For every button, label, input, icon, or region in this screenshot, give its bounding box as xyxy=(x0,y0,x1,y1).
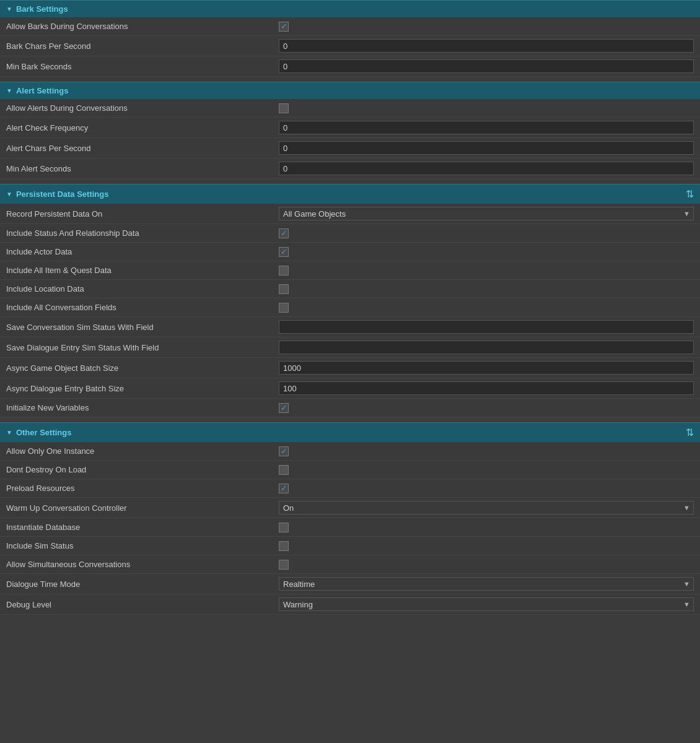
section-title-other-settings: ▼Other Settings xyxy=(6,428,71,437)
dropdown-wrapper-warm-up-conversation-controller: OnOff▼ xyxy=(279,501,694,515)
field-value-async-game-object-batch-size xyxy=(279,361,694,375)
field-label-allow-barks-during-conversations: Allow Barks During Conversations xyxy=(6,22,279,31)
checkbox-include-all-item-quest-data[interactable] xyxy=(279,266,289,276)
field-row-include-all-item-quest-data: Include All Item & Quest Data xyxy=(0,261,700,280)
checkbox-allow-simultaneous-conversations[interactable] xyxy=(279,560,289,570)
section-title-bark-settings: ▼Bark Settings xyxy=(6,4,68,14)
field-value-include-actor-data: ✓ xyxy=(279,247,694,257)
checkbox-wrapper-initialize-new-variables: ✓ xyxy=(279,403,694,413)
field-label-dont-destroy-on-load: Dont Destroy On Load xyxy=(6,465,279,474)
field-value-alert-check-frequency xyxy=(279,121,694,134)
text-input-async-dialogue-entry-batch-size[interactable] xyxy=(279,381,694,395)
field-row-alert-chars-per-second: Alert Chars Per Second xyxy=(0,138,700,159)
field-value-allow-only-one-instance: ✓ xyxy=(279,446,694,456)
field-row-dialogue-time-mode: Dialogue Time ModeRealtimeGametime▼ xyxy=(0,574,700,594)
field-value-include-all-item-quest-data xyxy=(279,266,694,276)
checkbox-wrapper-allow-alerts-during-conversations xyxy=(279,103,694,113)
checkmark-icon: ✓ xyxy=(281,229,287,237)
section-expander-controls[interactable]: ⇅ xyxy=(686,188,694,200)
checkbox-initialize-new-variables[interactable]: ✓ xyxy=(279,403,289,413)
section-header-other-settings[interactable]: ▼Other Settings⇅ xyxy=(0,422,700,442)
dropdown-record-persistent-data-on[interactable]: All Game ObjectsOnly ParticipantsNone xyxy=(279,207,694,220)
field-label-instantiate-database: Instantiate Database xyxy=(6,523,279,532)
checkbox-preload-resources[interactable]: ✓ xyxy=(279,484,289,493)
text-input-min-alert-seconds[interactable] xyxy=(279,162,694,175)
checkmark-icon: ✓ xyxy=(281,248,287,256)
field-value-instantiate-database xyxy=(279,523,694,532)
field-value-include-location-data xyxy=(279,284,694,294)
checkbox-include-location-data[interactable] xyxy=(279,284,289,294)
field-label-save-dialogue-entry-sim-status-with-field: Save Dialogue Entry Sim Status With Fiel… xyxy=(6,343,279,352)
checkbox-wrapper-allow-only-one-instance: ✓ xyxy=(279,446,694,456)
checkbox-allow-alerts-during-conversations[interactable] xyxy=(279,103,289,113)
checkbox-instantiate-database[interactable] xyxy=(279,523,289,532)
field-row-allow-barks-during-conversations: Allow Barks During Conversations✓ xyxy=(0,17,700,36)
field-value-async-dialogue-entry-batch-size xyxy=(279,381,694,395)
field-row-include-status-and-relationship-data: Include Status And Relationship Data✓ xyxy=(0,224,700,243)
dropdown-wrapper-debug-level: WarningInfoErrorNone▼ xyxy=(279,597,694,611)
field-value-bark-chars-per-second xyxy=(279,39,694,53)
text-input-save-conversation-sim-status-with-field[interactable] xyxy=(279,320,694,334)
section-body-persistent-data-settings: Record Persistent Data OnAll Game Object… xyxy=(0,204,700,417)
dropdown-debug-level[interactable]: WarningInfoErrorNone xyxy=(279,597,694,611)
field-row-include-all-conversation-fields: Include All Conversation Fields xyxy=(0,298,700,317)
section-title-text: Alert Settings xyxy=(16,86,69,95)
field-value-alert-chars-per-second xyxy=(279,141,694,155)
checkbox-wrapper-allow-simultaneous-conversations xyxy=(279,560,694,570)
checkbox-wrapper-instantiate-database xyxy=(279,523,694,532)
field-label-min-alert-seconds: Min Alert Seconds xyxy=(6,164,279,173)
field-label-allow-only-one-instance: Allow Only One Instance xyxy=(6,446,279,456)
field-row-async-game-object-batch-size: Async Game Object Batch Size xyxy=(0,358,700,378)
field-row-min-alert-seconds: Min Alert Seconds xyxy=(0,159,700,179)
section-body-alert-settings: Allow Alerts During ConversationsAlert C… xyxy=(0,99,700,179)
field-row-include-sim-status: Include Sim Status xyxy=(0,537,700,555)
dropdown-warm-up-conversation-controller[interactable]: OnOff xyxy=(279,501,694,515)
dropdown-dialogue-time-mode[interactable]: RealtimeGametime xyxy=(279,577,694,591)
field-value-record-persistent-data-on: All Game ObjectsOnly ParticipantsNone▼ xyxy=(279,207,694,220)
field-value-preload-resources: ✓ xyxy=(279,484,694,493)
checkmark-icon: ✓ xyxy=(281,447,287,455)
text-input-alert-check-frequency[interactable] xyxy=(279,121,694,134)
checkbox-dont-destroy-on-load[interactable] xyxy=(279,465,289,475)
checkbox-wrapper-allow-barks-during-conversations: ✓ xyxy=(279,22,694,32)
section-header-bark-settings[interactable]: ▼Bark Settings xyxy=(0,0,700,17)
field-row-preload-resources: Preload Resources✓ xyxy=(0,479,700,498)
field-label-async-dialogue-entry-batch-size: Async Dialogue Entry Batch Size xyxy=(6,384,279,393)
field-label-record-persistent-data-on: Record Persistent Data On xyxy=(6,209,279,219)
field-row-alert-check-frequency: Alert Check Frequency xyxy=(0,118,700,138)
text-input-async-game-object-batch-size[interactable] xyxy=(279,361,694,375)
collapse-arrow-icon: ▼ xyxy=(6,6,12,12)
section-header-alert-settings[interactable]: ▼Alert Settings xyxy=(0,82,700,99)
checkbox-wrapper-include-actor-data: ✓ xyxy=(279,247,694,257)
field-label-min-bark-seconds: Min Bark Seconds xyxy=(6,62,279,71)
field-row-debug-level: Debug LevelWarningInfoErrorNone▼ xyxy=(0,594,700,615)
text-input-save-dialogue-entry-sim-status-with-field[interactable] xyxy=(279,341,694,354)
section-title-persistent-data-settings: ▼Persistent Data Settings xyxy=(6,189,108,199)
text-input-alert-chars-per-second[interactable] xyxy=(279,141,694,155)
checkbox-wrapper-include-all-item-quest-data xyxy=(279,266,694,276)
field-row-initialize-new-variables: Initialize New Variables✓ xyxy=(0,399,700,417)
checkbox-include-sim-status[interactable] xyxy=(279,541,289,551)
field-value-allow-alerts-during-conversations xyxy=(279,103,694,113)
collapse-arrow-icon: ▼ xyxy=(6,429,12,436)
checkbox-include-all-conversation-fields[interactable] xyxy=(279,303,289,313)
field-row-record-persistent-data-on: Record Persistent Data OnAll Game Object… xyxy=(0,204,700,224)
checkbox-allow-barks-during-conversations[interactable]: ✓ xyxy=(279,22,289,32)
text-input-bark-chars-per-second[interactable] xyxy=(279,39,694,53)
field-label-save-conversation-sim-status-with-field: Save Conversation Sim Status With Field xyxy=(6,323,279,332)
checkbox-include-actor-data[interactable]: ✓ xyxy=(279,247,289,257)
field-value-min-alert-seconds xyxy=(279,162,694,175)
field-value-initialize-new-variables: ✓ xyxy=(279,403,694,413)
checkbox-allow-only-one-instance[interactable]: ✓ xyxy=(279,446,289,456)
field-row-bark-chars-per-second: Bark Chars Per Second xyxy=(0,36,700,56)
collapse-arrow-icon: ▼ xyxy=(6,87,12,94)
field-row-include-location-data: Include Location Data xyxy=(0,280,700,298)
field-row-allow-alerts-during-conversations: Allow Alerts During Conversations xyxy=(0,99,700,118)
text-input-min-bark-seconds[interactable] xyxy=(279,59,694,73)
section-expander-controls[interactable]: ⇅ xyxy=(686,427,694,438)
section-header-persistent-data-settings[interactable]: ▼Persistent Data Settings⇅ xyxy=(0,184,700,204)
checkbox-include-status-and-relationship-data[interactable]: ✓ xyxy=(279,228,289,238)
field-value-include-status-and-relationship-data: ✓ xyxy=(279,228,694,238)
field-value-include-all-conversation-fields xyxy=(279,303,694,313)
section-title-text: Other Settings xyxy=(16,428,72,437)
